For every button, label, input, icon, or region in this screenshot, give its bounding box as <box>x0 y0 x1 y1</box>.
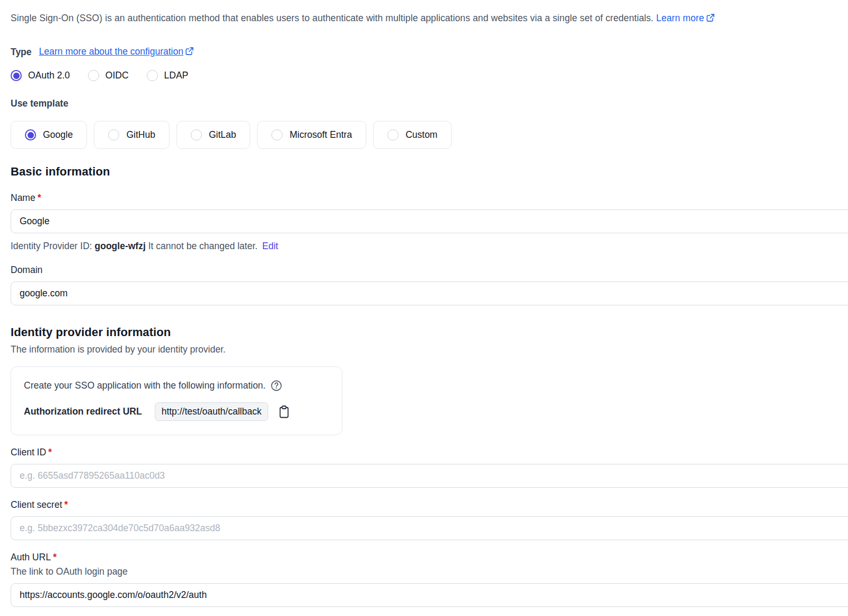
radio-unselected-icon <box>147 70 158 81</box>
edit-link[interactable]: Edit <box>262 241 278 251</box>
authorization-redirect-label: Authorization redirect URL <box>24 406 142 417</box>
copy-button[interactable] <box>277 404 292 420</box>
type-section-header: Type Learn more about the configuration <box>11 46 848 58</box>
type-radio-group: OAuth 2.0 OIDC LDAP <box>11 70 848 81</box>
required-asterisk: * <box>64 499 68 510</box>
radio-selected-icon <box>11 70 22 81</box>
radio-unselected-icon <box>108 129 119 140</box>
type-learn-more-link[interactable]: Learn more about the configuration <box>39 46 194 58</box>
template-card-gitlab[interactable]: GitLab <box>176 121 251 149</box>
sso-description: Single Sign-On (SSO) is an authenticatio… <box>11 13 848 25</box>
radio-selected-icon <box>25 129 36 140</box>
basic-information-heading: Basic information <box>11 165 848 179</box>
sso-settings-page: Single Sign-On (SSO) is an authenticatio… <box>0 0 848 607</box>
type-option-ldap[interactable]: LDAP <box>147 70 189 81</box>
name-input[interactable] <box>11 209 848 233</box>
client-secret-input[interactable] <box>11 516 848 540</box>
help-icon[interactable] <box>270 380 282 392</box>
idp-information-subtitle: The information is provided by your iden… <box>11 344 848 355</box>
auth-url-label: Auth URL* <box>11 552 848 563</box>
required-asterisk: * <box>48 447 52 457</box>
type-option-oauth2[interactable]: OAuth 2.0 <box>11 70 70 81</box>
radio-unselected-icon <box>191 129 202 140</box>
radio-unselected-icon <box>271 129 282 140</box>
external-link-icon <box>185 47 194 58</box>
template-card-custom[interactable]: Custom <box>373 121 452 149</box>
template-card-google[interactable]: Google <box>11 121 87 149</box>
domain-input[interactable] <box>11 281 848 305</box>
sso-application-instruction: Create your SSO application with the fol… <box>24 380 329 392</box>
identity-provider-id-value: google-wfzj <box>95 241 146 251</box>
template-card-github[interactable]: GitHub <box>94 121 169 149</box>
sso-application-info-box: Create your SSO application with the fol… <box>11 366 342 435</box>
sso-description-text: Single Sign-On (SSO) is an authenticatio… <box>11 13 653 23</box>
idp-information-heading: Identity provider information <box>11 325 848 339</box>
radio-unselected-icon <box>387 129 399 140</box>
template-card-microsoft-entra[interactable]: Microsoft Entra <box>257 121 366 149</box>
client-secret-label: Client secret* <box>11 499 848 511</box>
authorization-redirect-row: Authorization redirect URL http://test/o… <box>24 402 329 421</box>
client-id-input[interactable] <box>11 464 848 488</box>
required-asterisk: * <box>53 552 57 562</box>
clipboard-icon <box>278 405 290 419</box>
radio-unselected-icon <box>88 70 99 81</box>
domain-label: Domain <box>11 265 848 276</box>
identity-provider-id-note: Identity Provider ID: google-wfzj It can… <box>11 241 848 252</box>
auth-url-description: The link to OAuth login page <box>11 566 848 577</box>
template-card-group: Google GitHub GitLab Microsoft Entra Cus… <box>11 121 848 149</box>
auth-url-input[interactable] <box>11 583 848 607</box>
learn-more-link[interactable]: Learn more <box>656 13 715 23</box>
required-asterisk: * <box>38 192 41 203</box>
external-link-icon <box>706 13 715 25</box>
type-option-oidc[interactable]: OIDC <box>88 70 129 81</box>
use-template-label: Use template <box>11 98 848 109</box>
client-id-label: Client ID* <box>11 447 848 458</box>
type-label: Type <box>11 47 32 58</box>
authorization-redirect-value: http://test/oauth/callback <box>155 402 269 421</box>
name-label: Name* <box>11 192 848 204</box>
